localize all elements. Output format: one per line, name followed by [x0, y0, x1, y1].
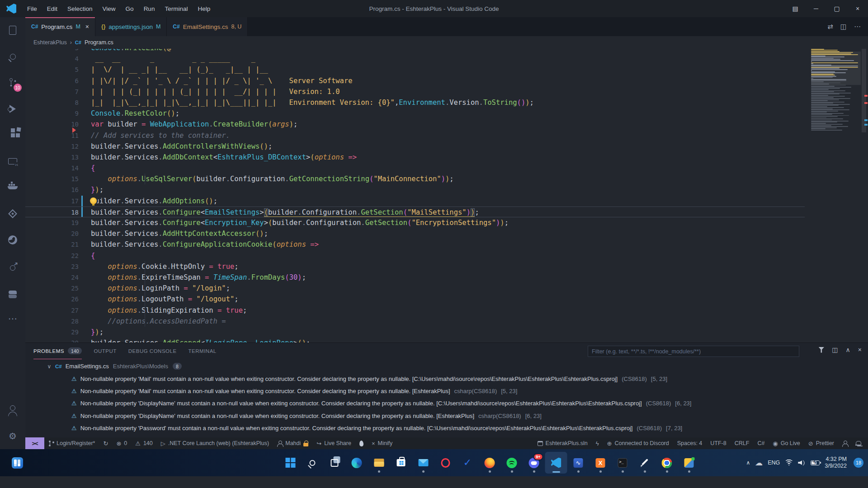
- code-line-8[interactable]: 8|_| |_|\__,_|_| |_|\__,_|_| |_|\___||_|…: [25, 97, 805, 108]
- sidebar-docker-icon[interactable]: [0, 174, 25, 201]
- panel-tab-output[interactable]: OUTPUT: [94, 343, 116, 359]
- code-line-30[interactable]: 30builder.Services.AddScoped<ILoginRepo,…: [25, 338, 805, 343]
- onedrive-cloud-icon[interactable]: ☁: [755, 459, 763, 467]
- sidebar-more-icon[interactable]: ⋯: [0, 305, 25, 332]
- code-line-4[interactable]: 4 __ __ _ _ _ _____ _: [25, 53, 805, 64]
- status-c[interactable]: C#: [753, 437, 769, 449]
- menu-file[interactable]: File: [22, 0, 42, 17]
- code-line-16[interactable]: 16});: [25, 184, 805, 195]
- minimize-window-icon[interactable]: ─: [806, 0, 826, 17]
- code-line-12[interactable]: 12builder.Services.AddControllersWithVie…: [25, 141, 805, 152]
- tab-emailsettings-cs[interactable]: C#EmailSettings.cs8, U: [167, 17, 248, 36]
- language-indicator[interactable]: ENG: [768, 460, 780, 466]
- tab-appsettings-json[interactable]: {}appsettings.jsonM: [95, 17, 167, 36]
- code-line-24[interactable]: 24 options.ExpireTimeSpan = TimeSpan.Fro…: [25, 272, 805, 283]
- scrollbar[interactable]: [861, 49, 868, 343]
- layout-window-icon[interactable]: ▤: [785, 0, 806, 17]
- code-line-27[interactable]: 27 options.SlidingExpiration = true;: [25, 305, 805, 316]
- code-line-20[interactable]: 20builder.Services.AddHttpContextAccesso…: [25, 228, 805, 239]
- status-minify[interactable]: ×Minify: [368, 437, 396, 449]
- code-line-11[interactable]: 11// Add services to the container.: [25, 130, 805, 141]
- git-deleted-indicator[interactable]: [72, 127, 76, 133]
- sidebar-live-share-icon[interactable]: [0, 253, 25, 279]
- status-mahdi[interactable]: Mahdi: [273, 437, 312, 449]
- taskbar-store[interactable]: [390, 452, 412, 474]
- status-remote-icon[interactable]: ><: [25, 437, 44, 449]
- sidebar-run-debug-icon[interactable]: [0, 96, 25, 122]
- status-login-register[interactable]: Login/Register*: [44, 437, 99, 449]
- problem-row[interactable]: ⚠Non-nullable property 'Password' must c…: [25, 422, 868, 434]
- volume-icon[interactable]: [798, 460, 806, 466]
- lightbulb-icon[interactable]: [90, 197, 97, 204]
- code-line-29[interactable]: 29});: [25, 327, 805, 338]
- menu-go[interactable]: Go: [121, 0, 139, 17]
- taskbar-edge[interactable]: [346, 452, 368, 474]
- problem-row[interactable]: ⚠Non-nullable property 'DisplayName' mus…: [25, 410, 868, 422]
- code-line-10[interactable]: 10var builder = WebApplication.CreateBui…: [25, 119, 805, 130]
- taskbar-terminal[interactable]: >_: [612, 452, 634, 474]
- split-panel-icon[interactable]: ◫: [832, 346, 838, 353]
- taskbar-start[interactable]: [279, 452, 302, 474]
- code-line-25[interactable]: 25 options.LoginPath = "/login";: [25, 283, 805, 294]
- panel-tab-terminal[interactable]: TERMINAL: [189, 343, 217, 359]
- filter-icon[interactable]: [818, 347, 824, 353]
- menu-view[interactable]: View: [98, 0, 121, 17]
- status-bell-icon[interactable]: [852, 437, 864, 449]
- taskbar-vscode[interactable]: [545, 452, 567, 474]
- notification-badge[interactable]: 18: [854, 458, 863, 468]
- problems-file-group[interactable]: ∨C#EmailSettings.csEshterakPlus\Models8: [25, 360, 868, 372]
- chevron-down-icon[interactable]: ∨: [43, 363, 55, 370]
- code-editor[interactable]: 3Console.WriteLine(@4 __ __ _ _ _ _____ …: [25, 49, 868, 343]
- hidden-icons-chevron[interactable]: ∧: [746, 460, 750, 466]
- problem-row[interactable]: ⚠Non-nullable property 'DisplayName' mus…: [25, 397, 868, 409]
- taskbar-discord[interactable]: 9+: [523, 452, 545, 474]
- taskbar-explorer[interactable]: [368, 452, 390, 474]
- minimap-slider[interactable]: [811, 52, 861, 85]
- sidebar-edge-tools-icon[interactable]: [0, 227, 25, 253]
- code-line-14[interactable]: 14{: [25, 163, 805, 174]
- split-editor-icon[interactable]: ◫: [840, 23, 847, 31]
- collapse-panel-icon[interactable]: ∧: [846, 346, 850, 353]
- breadcrumb[interactable]: EshterakPlus › C# Program.cs: [25, 36, 868, 49]
- status-eshterakplus-sln[interactable]: EshterakPlus.sln: [533, 437, 592, 449]
- minimap[interactable]: [811, 49, 861, 343]
- panel-tab-debug-console[interactable]: DEBUG CONSOLE: [128, 343, 177, 359]
- code-line-19[interactable]: 19builder.Services.Configure<Encryption_…: [25, 217, 805, 228]
- status-live-share[interactable]: ↪Live Share: [312, 437, 355, 449]
- code-line-13[interactable]: 13builder.Services.AddDbContext<EshtrakP…: [25, 152, 805, 163]
- status-140[interactable]: ⚠140: [131, 437, 157, 449]
- code-line-23[interactable]: 23 options.Cookie.HttpOnly = true;: [25, 261, 805, 272]
- status-flame-icon[interactable]: [355, 437, 368, 449]
- clock[interactable]: 4:32 PM 3/9/2022: [825, 456, 847, 469]
- taskbar-taskmgr[interactable]: ∿: [567, 452, 590, 474]
- menu-help[interactable]: Help: [193, 0, 215, 17]
- sidebar-account-icon[interactable]: [0, 397, 25, 423]
- sidebar-source-control-icon[interactable]: 10: [0, 70, 25, 96]
- maximize-window-icon[interactable]: ▢: [826, 0, 847, 17]
- sidebar-extensions-icon[interactable]: [0, 122, 25, 148]
- sidebar-python-icon[interactable]: [0, 279, 25, 305]
- menu-run[interactable]: Run: [139, 0, 160, 17]
- breadcrumb-project[interactable]: EshterakPlus: [33, 39, 67, 46]
- code-line-7[interactable]: 7| | | | (_| | | | | (_| | | | | __/| | …: [25, 86, 805, 97]
- taskbar-mail[interactable]: [412, 452, 434, 474]
- code-line-5[interactable]: 5| \/ | __ _| |__ __| (_)_ _|__ | |__: [25, 64, 805, 75]
- code-line-15[interactable]: 15 options.UseSqlServer(builder.Configur…: [25, 174, 805, 184]
- code-line-22[interactable]: 22{: [25, 250, 805, 261]
- code-line-18[interactable]: 18builder.Services.Configure<EmailSettin…: [25, 206, 805, 217]
- breadcrumb-file[interactable]: Program.cs: [85, 39, 113, 46]
- status-connected-to-discord[interactable]: ⊕Connected to Discord: [603, 437, 673, 449]
- compare-changes-icon[interactable]: ⇄: [827, 23, 833, 31]
- problem-row[interactable]: ⚠Non-nullable property 'Mail' must conta…: [25, 372, 868, 385]
- status-0[interactable]: ⊗0: [112, 437, 131, 449]
- close-window-icon[interactable]: ×: [847, 0, 868, 17]
- menu-terminal[interactable]: Terminal: [160, 0, 193, 17]
- status-net-core-launch-web-eshterakplus[interactable]: ▷.NET Core Launch (web) (EshterakPlus): [157, 437, 273, 449]
- code-line-28[interactable]: 28 //options.AccessDeniedPath =: [25, 316, 805, 327]
- status-bolt-icon[interactable]: ϟ: [592, 437, 603, 449]
- status-go-live[interactable]: ◉Go Live: [769, 437, 804, 449]
- panel-tab-problems[interactable]: PROBLEMS140: [33, 343, 82, 359]
- menu-selection[interactable]: Selection: [62, 0, 98, 17]
- status-spaces-4[interactable]: Spaces: 4: [673, 437, 707, 449]
- code-line-6[interactable]: 6| |\/| |/ _` | '_ \ / _` | | | |/ _ \| …: [25, 75, 805, 86]
